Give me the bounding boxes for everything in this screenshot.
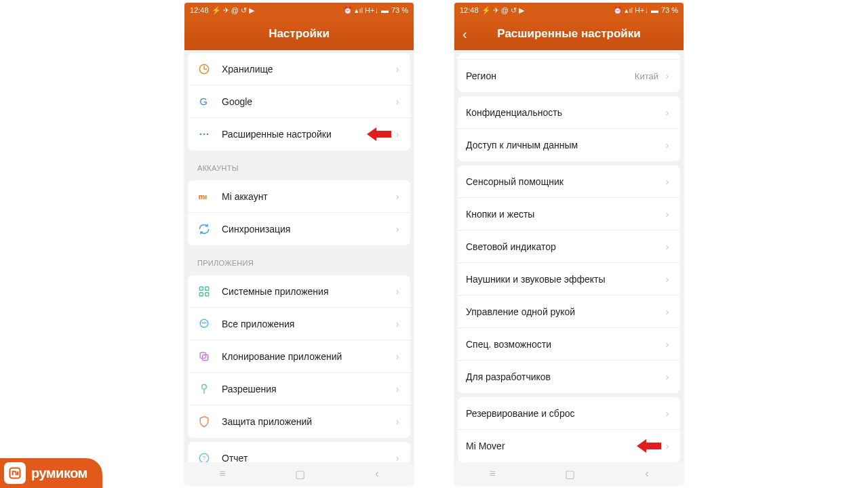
row-google[interactable]: G Google › (188, 85, 410, 118)
row-storage[interactable]: Хранилище › (188, 53, 410, 85)
adv-group-backup: Резервирование и сброс › Mi Mover › (458, 397, 680, 462)
row-label: Синхронизация (222, 224, 393, 235)
chevron-right-icon: › (393, 64, 402, 75)
status-time: 12:48 (190, 6, 209, 14)
row-label: Все приложения (222, 319, 393, 329)
status-right-icons: ⏰ ▴ıl H+↓ (613, 6, 648, 15)
svg-point-3 (203, 134, 205, 136)
android-navbar: ≡ ▢ ‹ (454, 462, 684, 485)
mi-icon: mı (196, 188, 212, 205)
row-permissions[interactable]: Разрешения › (188, 373, 410, 405)
chevron-right-icon: › (663, 209, 672, 220)
page-title: Настройки (269, 27, 330, 41)
chevron-right-icon: › (663, 274, 672, 285)
chevron-right-icon: › (663, 241, 672, 252)
logo-icon (4, 462, 26, 484)
row-label: Регион (466, 70, 635, 81)
row-accessibility[interactable]: Спец. возможности › (458, 328, 680, 361)
row-label: Google (222, 96, 393, 107)
status-battery: 73 % (391, 6, 408, 14)
shield-icon (196, 413, 212, 430)
status-left-icons: ⚡ ✈ @ ↺ ▶ (212, 6, 254, 15)
clone-icon (196, 348, 212, 365)
svg-rect-8 (205, 287, 209, 290)
chevron-right-icon: › (663, 140, 672, 150)
chevron-right-icon: › (663, 408, 672, 419)
nav-back[interactable]: ‹ (375, 468, 378, 480)
grid-icon (196, 283, 212, 300)
row-developer[interactable]: Для разработчиков › (458, 361, 680, 393)
svg-point-2 (200, 134, 202, 136)
row-label: Доступ к личным данным (466, 140, 663, 150)
chevron-right-icon: › (663, 176, 672, 187)
row-led[interactable]: Световой индикатор › (458, 230, 680, 263)
row-label: Наушники и звуковые эффекты (466, 274, 663, 285)
row-label: Управление одной рукой (466, 306, 663, 317)
storage-icon (196, 61, 212, 77)
row-onehanded[interactable]: Управление одной рукой › (458, 296, 680, 328)
row-system-apps[interactable]: Системные приложения › (188, 275, 410, 308)
adv-group-top: Регион Китай › (458, 53, 680, 92)
chevron-right-icon: › (393, 96, 402, 107)
row-label: Расширенные настройки (222, 129, 393, 140)
row-clone-apps[interactable]: Клонирование приложений › (188, 340, 410, 373)
nav-back[interactable]: ‹ (645, 468, 648, 480)
row-report[interactable]: ? Отчет › (188, 442, 410, 462)
row-mi-mover[interactable]: Mi Mover › (458, 430, 680, 462)
row-label: Для разработчиков (466, 371, 663, 382)
dots-icon (196, 126, 212, 142)
svg-text:G: G (199, 96, 208, 107)
chevron-right-icon: › (393, 286, 402, 297)
row-all-apps[interactable]: Все приложения › (188, 308, 410, 340)
status-battery: 73 % (661, 6, 678, 14)
chevron-right-icon: › (393, 453, 402, 462)
svg-rect-7 (199, 287, 203, 290)
row-sync[interactable]: Синхронизация › (188, 213, 410, 245)
row-quickball[interactable]: Сенсорный помощник › (458, 165, 680, 198)
row-label: Клонирование приложений (222, 351, 393, 362)
chevron-right-icon: › (663, 107, 672, 118)
svg-text:?: ? (203, 455, 206, 462)
svg-point-14 (205, 322, 206, 323)
status-bar: 12:48 ⚡ ✈ @ ↺ ▶ ⏰ ▴ıl H+↓ ▬ 73 % (454, 3, 684, 18)
nav-recent[interactable]: ≡ (489, 468, 495, 480)
svg-point-4 (207, 134, 209, 136)
bubble-icon (196, 316, 212, 332)
back-button[interactable]: ‹ (462, 26, 467, 42)
row-app-protection[interactable]: Защита приложений › (188, 405, 410, 438)
row-label: Спец. возможности (466, 339, 663, 350)
svg-rect-9 (199, 292, 203, 296)
chevron-right-icon: › (663, 339, 672, 350)
row-advanced[interactable]: Расширенные настройки › (188, 118, 410, 150)
brand-logo: румиком (0, 458, 102, 488)
row-label: Системные приложения (222, 286, 393, 297)
chevron-right-icon: › (393, 191, 402, 202)
row-mi-account[interactable]: mı Mi аккаунт › (188, 180, 410, 213)
svg-point-17 (202, 384, 207, 389)
row-headphones[interactable]: Наушники и звуковые эффекты › (458, 263, 680, 296)
header-advanced: ‹ Расширенные настройки (454, 18, 684, 50)
header-settings: Настройки (184, 18, 414, 50)
row-region[interactable]: Регион Китай › (458, 60, 680, 92)
advanced-content[interactable]: Регион Китай › Конфиденциальность › Дост… (454, 50, 684, 462)
nav-recent[interactable]: ≡ (219, 468, 225, 480)
phone-settings: 12:48 ⚡ ✈ @ ↺ ▶ ⏰ ▴ıl H+↓ ▬ 73 % Настрой… (184, 3, 414, 485)
row-personal-data[interactable]: Доступ к личным данным › (458, 129, 680, 161)
status-right-icons: ⏰ ▴ıl H+↓ (343, 6, 378, 15)
chevron-right-icon: › (393, 416, 402, 427)
nav-home[interactable]: ▢ (565, 468, 575, 481)
chevron-right-icon: › (393, 319, 402, 329)
help-icon: ? (196, 450, 212, 462)
logo-text: румиком (31, 466, 87, 481)
nav-home[interactable]: ▢ (295, 468, 305, 481)
row-privacy[interactable]: Конфиденциальность › (458, 96, 680, 129)
row-backup-reset[interactable]: Резервирование и сброс › (458, 397, 680, 430)
row-buttons-gestures[interactable]: Кнопки и жесты › (458, 198, 680, 230)
row-label: Mi аккаунт (222, 191, 393, 202)
adv-group-main: Сенсорный помощник › Кнопки и жесты › Св… (458, 165, 680, 393)
settings-content[interactable]: Хранилище › G Google › Расширенные настр… (184, 50, 414, 462)
status-time: 12:48 (460, 6, 479, 14)
sync-icon (196, 221, 212, 237)
chevron-right-icon: › (393, 224, 402, 235)
chevron-right-icon: › (663, 306, 672, 317)
